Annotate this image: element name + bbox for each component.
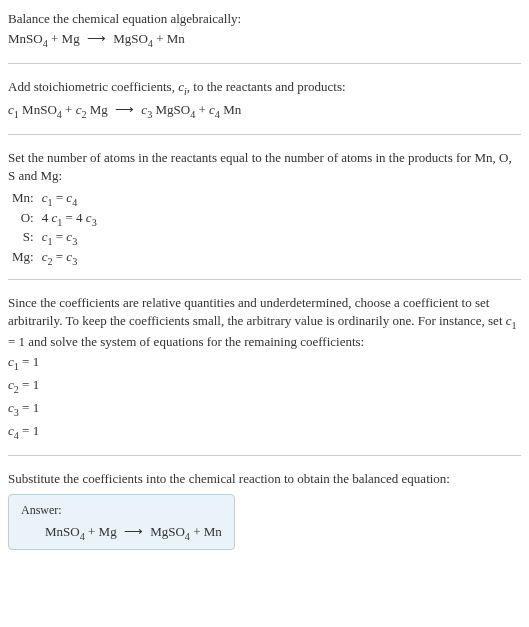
coeff-value: c1 = 1	[8, 353, 521, 374]
add-coeff-text: Add stoichiometric coefficients, ci, to …	[8, 78, 521, 99]
add-coeff-equation: c1 MnSO4 + c2 Mg ⟶ c3 MgSO4 + c4 Mn	[8, 101, 521, 122]
atom-balance-text: Set the number of atoms in the reactants…	[8, 149, 521, 185]
coeff-value: c3 = 1	[8, 399, 521, 420]
section-atom-balance: Set the number of atoms in the reactants…	[8, 134, 521, 268]
answer-label: Answer:	[21, 503, 222, 518]
section-problem: Balance the chemical equation algebraica…	[8, 10, 521, 51]
section-answer: Substitute the coefficients into the che…	[8, 455, 521, 551]
element-equation: 4 c1 = 4 c3	[38, 209, 101, 229]
table-row: O: 4 c1 = 4 c3	[8, 209, 101, 229]
table-row: S: c1 = c3	[8, 228, 101, 248]
substitute-text: Substitute the coefficients into the che…	[8, 470, 521, 488]
table-row: Mn: c1 = c4	[8, 189, 101, 209]
element-equation: c1 = c4	[38, 189, 101, 209]
element-equation: c1 = c3	[38, 228, 101, 248]
answer-equation: MnSO4 + Mg ⟶ MgSO4 + Mn	[21, 524, 222, 542]
element-label: O:	[8, 209, 38, 229]
table-row: Mg: c2 = c3	[8, 248, 101, 268]
element-label: Mn:	[8, 189, 38, 209]
coeff-value: c2 = 1	[8, 376, 521, 397]
element-label: S:	[8, 228, 38, 248]
problem-title: Balance the chemical equation algebraica…	[8, 10, 521, 28]
atom-balance-table: Mn: c1 = c4 O: 4 c1 = 4 c3 S: c1 = c3 Mg…	[8, 189, 101, 267]
answer-box: Answer: MnSO4 + Mg ⟶ MgSO4 + Mn	[8, 494, 235, 551]
element-equation: c2 = c3	[38, 248, 101, 268]
problem-equation: MnSO4 + Mg ⟶ MgSO4 + Mn	[8, 30, 521, 51]
section-solve: Since the coefficients are relative quan…	[8, 279, 521, 442]
coeff-value: c4 = 1	[8, 422, 521, 443]
solve-text: Since the coefficients are relative quan…	[8, 294, 521, 351]
section-add-coefficients: Add stoichiometric coefficients, ci, to …	[8, 63, 521, 122]
element-label: Mg:	[8, 248, 38, 268]
